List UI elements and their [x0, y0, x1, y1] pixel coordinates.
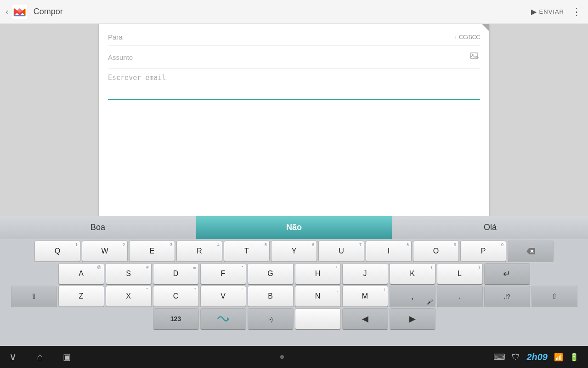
autocomplete-center[interactable]: Não	[196, 216, 392, 239]
key-row-1: 1Q 2W 3E 4R 5T 6Y 7U 8I 9O 0P	[1, 241, 587, 262]
swift-key[interactable]	[200, 308, 246, 329]
key-i[interactable]: 8I	[366, 241, 412, 262]
key-row-2: @A #S &D *F G +H =J (K )L ↵	[1, 263, 587, 284]
key-a[interactable]: @A	[58, 263, 104, 284]
battery-icon: 🔋	[570, 353, 579, 362]
key-v[interactable]: 'V	[200, 286, 246, 307]
key-row-4: 123 :-) ◀ ▶	[1, 308, 587, 329]
subject-field-row	[108, 46, 480, 69]
key-b[interactable]: :B	[248, 286, 294, 307]
right-gray-area	[489, 24, 588, 216]
key-s[interactable]: #S	[106, 263, 152, 284]
nav-recents-icon[interactable]: ▣	[63, 352, 71, 362]
shift-right-key[interactable]: ⇧	[531, 286, 577, 307]
time-display: 2h09	[526, 352, 548, 362]
cc-bcc-button[interactable]: + CC/BCC	[454, 34, 480, 40]
key-row-3: ⇧ -Z ⌃X "C 'V :B ,N /M ,🎤 . ,!? ⇧	[1, 286, 587, 307]
key-o[interactable]: 9O	[413, 241, 459, 262]
to-field-row: + CC/BCC	[108, 29, 480, 46]
period-key[interactable]: .	[437, 286, 483, 307]
send-icon: ▶	[531, 7, 537, 16]
wifi-icon: 📶	[554, 353, 563, 362]
key-q[interactable]: 1Q	[34, 241, 80, 262]
key-m[interactable]: /M	[342, 286, 388, 307]
back-button[interactable]: ‹	[6, 6, 9, 17]
key-y[interactable]: 6Y	[271, 241, 317, 262]
key-c[interactable]: "C	[153, 286, 199, 307]
special-chars-key[interactable]: ,!?	[484, 286, 530, 307]
key-u[interactable]: 7U	[318, 241, 364, 262]
resize-handle[interactable]	[482, 24, 489, 31]
right-arrow-key[interactable]: ▶	[390, 308, 435, 329]
comma-key[interactable]: ,🎤	[390, 286, 435, 307]
nav-left: ∨ ⌂ ▣	[9, 351, 71, 363]
keyboard-icon: ⌨	[493, 352, 505, 362]
shield-icon: 🛡	[512, 352, 520, 362]
emoji-key[interactable]: :-)	[248, 308, 294, 329]
gmail-logo	[12, 5, 27, 19]
attach-image-button[interactable]	[469, 51, 480, 64]
body-input[interactable]	[108, 69, 480, 97]
compose-area: + CC/BCC	[99, 24, 489, 216]
key-l[interactable]: )L	[437, 263, 483, 284]
send-label: ENVIAR	[539, 8, 564, 15]
nav-home-icon[interactable]: ⌂	[37, 351, 43, 363]
key-x[interactable]: ⌃X	[106, 286, 152, 307]
shift-left-key[interactable]: ⇧	[11, 286, 57, 307]
app-title: Compor	[34, 7, 531, 17]
autocomplete-left[interactable]: Boa	[0, 216, 196, 239]
key-p[interactable]: 0P	[460, 241, 506, 262]
cursor-line	[108, 99, 480, 100]
key-w[interactable]: 2W	[82, 241, 128, 262]
nav-dot	[280, 355, 284, 359]
nav-center	[71, 355, 493, 359]
key-n[interactable]: ,N	[295, 286, 341, 307]
left-gray-area	[0, 24, 99, 216]
keys-area: 1Q 2W 3E 4R 5T 6Y 7U 8I 9O 0P @A #S &D *…	[0, 239, 588, 329]
key-j[interactable]: =J	[342, 263, 388, 284]
body-field-row	[108, 69, 480, 100]
key-t[interactable]: 5T	[224, 241, 270, 262]
top-bar: ‹ Compor ▶ ENVIAR ⋮	[0, 0, 588, 24]
key-r[interactable]: 4R	[176, 241, 222, 262]
autocomplete-row: Boa Não Olá	[0, 216, 588, 239]
to-input[interactable]	[108, 33, 454, 41]
num-key[interactable]: 123	[153, 308, 199, 329]
key-h[interactable]: +H	[295, 263, 341, 284]
key-f[interactable]: *F	[200, 263, 246, 284]
space-key[interactable]	[295, 308, 341, 329]
keyboard: Boa Não Olá 1Q 2W 3E 4R 5T 6Y 7U 8I 9O 0…	[0, 216, 588, 346]
more-button[interactable]: ⋮	[571, 6, 582, 18]
autocomplete-right[interactable]: Olá	[392, 216, 588, 239]
key-d[interactable]: &D	[153, 263, 199, 284]
left-arrow-key[interactable]: ◀	[342, 308, 388, 329]
key-g[interactable]: G	[248, 263, 294, 284]
nav-back-icon[interactable]: ∨	[9, 351, 17, 363]
key-e[interactable]: 3E	[129, 241, 175, 262]
key-k[interactable]: (K	[390, 263, 435, 284]
nav-bar: ∨ ⌂ ▣ ⌨ 🛡 2h09 📶 🔋	[0, 346, 588, 368]
send-button[interactable]: ▶ ENVIAR	[531, 7, 564, 16]
backspace-key[interactable]	[508, 241, 554, 262]
nav-right: ⌨ 🛡 2h09 📶 🔋	[493, 352, 579, 362]
key-z[interactable]: -Z	[58, 286, 104, 307]
subject-input[interactable]	[108, 53, 465, 61]
return-key[interactable]: ↵	[484, 263, 530, 284]
